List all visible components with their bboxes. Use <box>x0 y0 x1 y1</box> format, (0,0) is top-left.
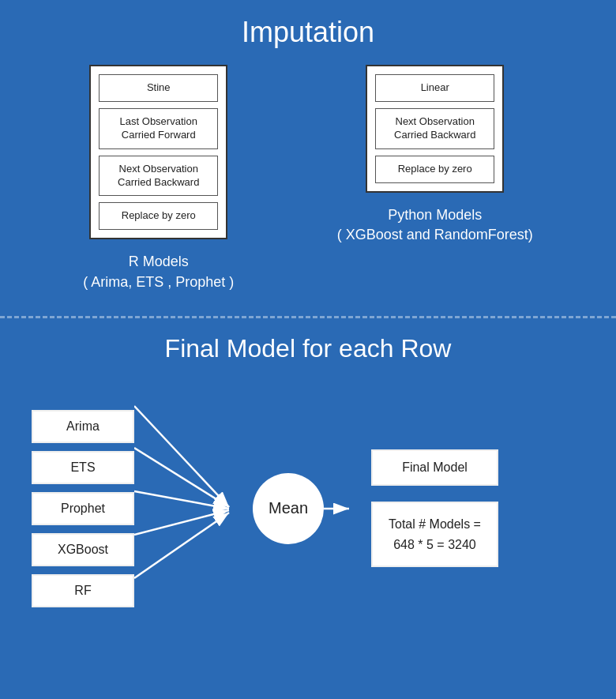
xgboost-box: XGBoost <box>32 533 134 566</box>
prophet-box: Prophet <box>32 492 134 525</box>
ets-box: ETS <box>32 451 134 484</box>
bottom-section: Final Model for each Row Arima ETS Proph… <box>0 318 616 651</box>
total-line1: Total # Models = <box>389 514 481 535</box>
flow-diagram: Arima ETS Prophet XGBoost RF Mea <box>32 382 584 635</box>
svg-line-3 <box>134 491 229 509</box>
r-locf-box: Last ObservationCarried Forward <box>99 108 218 149</box>
arima-box: Arima <box>32 410 134 443</box>
r-models-box-container: Stine Last ObservationCarried Forward Ne… <box>89 65 227 239</box>
total-line2: 648 * 5 = 3240 <box>389 535 481 555</box>
r-replace-zero-box: Replace by zero <box>99 202 218 230</box>
r-stine-box: Stine <box>99 74 218 102</box>
total-box: Total # Models = 648 * 5 = 3240 <box>371 502 498 567</box>
bottom-title: Final Model for each Row <box>32 334 584 363</box>
python-linear-box: Linear <box>375 74 494 102</box>
mean-circle: Mean <box>253 473 324 544</box>
top-title: Imputation <box>32 16 584 49</box>
top-section: Imputation Stine Last ObservationCarried… <box>0 0 616 318</box>
python-models-label-line2: ( XGBoost and RandomForest) <box>337 225 533 245</box>
python-nocb-box: Next ObservationCarried Backward <box>375 108 494 149</box>
python-models-label-line1: Python Models <box>337 205 533 225</box>
python-models-label: Python Models ( XGBoost and RandomForest… <box>337 205 533 245</box>
flow-arrows-svg <box>134 382 253 635</box>
mean-label: Mean <box>269 499 308 517</box>
r-models-column: Stine Last ObservationCarried Forward Ne… <box>83 65 234 292</box>
final-model-label: Final Model <box>402 460 468 474</box>
imputation-columns: Stine Last ObservationCarried Forward Ne… <box>32 65 584 292</box>
rf-box: RF <box>32 574 134 607</box>
python-replace-zero-box: Replace by zero <box>375 156 494 183</box>
python-models-box-container: Linear Next ObservationCarried Backward … <box>366 65 504 193</box>
r-models-label: R Models ( Arima, ETS , Prophet ) <box>83 252 234 291</box>
r-models-label-line1: R Models <box>83 252 234 272</box>
r-nocb-box: Next ObservationCarried Backward <box>99 156 218 197</box>
r-models-label-line2: ( Arima, ETS , Prophet ) <box>83 272 234 292</box>
mean-to-final-arrow <box>324 489 355 528</box>
right-section: Final Model Total # Models = 648 * 5 = 3… <box>371 449 498 567</box>
final-model-box: Final Model <box>371 449 498 486</box>
python-models-column: Linear Next ObservationCarried Backward … <box>337 65 533 245</box>
model-boxes-list: Arima ETS Prophet XGBoost RF <box>32 410 134 607</box>
